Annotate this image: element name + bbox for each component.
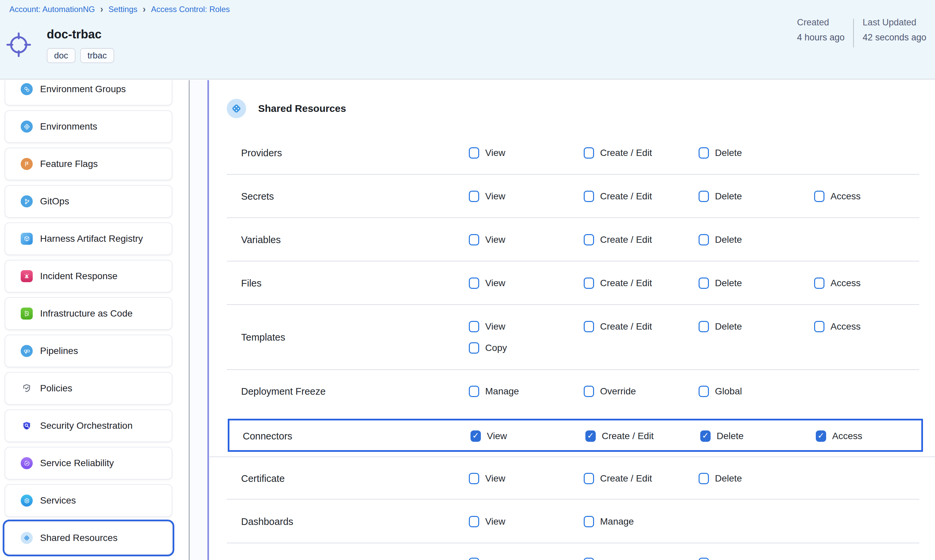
created-label: Created bbox=[797, 17, 845, 28]
permission-row-providers: Providers View Create / Edit Delete bbox=[209, 131, 935, 175]
sidebar-item-incident-response[interactable]: Incident Response bbox=[5, 260, 172, 292]
checkbox-secrets-create-edit[interactable] bbox=[584, 191, 594, 202]
sidebar-item-label: Infrastructure as Code bbox=[40, 308, 132, 319]
gitops-icon bbox=[21, 195, 33, 208]
checkbox-deployment-freeze-global[interactable] bbox=[698, 386, 709, 397]
last-updated-value: 42 seconds ago bbox=[863, 32, 926, 43]
sidebar-item-label: Pipelines bbox=[40, 346, 78, 356]
checkbox-label: Delete bbox=[715, 473, 742, 484]
shared-resources-icon bbox=[227, 99, 246, 118]
row-label: Templates bbox=[241, 332, 285, 343]
checkbox-dashboards-view[interactable] bbox=[469, 516, 479, 527]
row-label: Dashboards bbox=[241, 516, 293, 527]
panel-gutter bbox=[190, 80, 208, 560]
sidebar-item-infrastructure-as-code[interactable]: Infrastructure as Code bbox=[5, 297, 172, 330]
sidebar-item-security-orchestration[interactable]: Security Orchestration bbox=[5, 409, 172, 442]
breadcrumb-settings-link[interactable]: Settings bbox=[109, 5, 138, 14]
checkbox-connectors-delete[interactable] bbox=[700, 431, 710, 442]
sidebar-item-harness-artifact-registry[interactable]: Harness Artifact Registry bbox=[5, 222, 172, 255]
checkbox-connectors-view[interactable] bbox=[471, 431, 481, 442]
checkbox-connectors-access[interactable] bbox=[816, 431, 826, 442]
sidebar-item-policies[interactable]: Policies bbox=[5, 372, 172, 405]
checkbox-dashboards-manage[interactable] bbox=[584, 516, 594, 527]
sidebar-item-environment-groups[interactable]: Environment Groups bbox=[5, 80, 172, 106]
checkbox-certificate-delete[interactable] bbox=[698, 473, 709, 484]
checkbox-label: Manage bbox=[600, 516, 634, 527]
checkbox-label: View bbox=[485, 516, 505, 527]
checkbox-partial[interactable] bbox=[469, 558, 479, 560]
checkbox-label: Create / Edit bbox=[600, 278, 652, 289]
checkbox-label: Create / Edit bbox=[600, 234, 652, 245]
tag-trbac: trbac bbox=[80, 48, 114, 63]
row-label: Deployment Freeze bbox=[241, 386, 326, 397]
last-updated-block: Last Updated 42 seconds ago bbox=[854, 17, 935, 48]
checkbox-label: Override bbox=[600, 386, 636, 397]
sidebar-item-pipelines[interactable]: Pipelines bbox=[5, 335, 172, 367]
sidebar-item-label: Policies bbox=[40, 383, 72, 394]
checkbox-label: View bbox=[485, 473, 505, 484]
checkbox-label: Delete bbox=[715, 278, 742, 289]
sidebar-item-label: Environment Groups bbox=[40, 84, 126, 94]
sidebar-item-label: Feature Flags bbox=[40, 158, 98, 169]
checkbox-deployment-freeze-manage[interactable] bbox=[469, 386, 479, 397]
checkbox-templates-view[interactable] bbox=[469, 321, 479, 332]
sidebar-item-feature-flags[interactable]: Feature Flags bbox=[5, 148, 172, 180]
sidebar-item-services[interactable]: Services bbox=[5, 484, 172, 517]
checkbox-label: Access bbox=[832, 431, 862, 442]
checkbox-connectors-create-edit[interactable] bbox=[585, 431, 596, 442]
sidebar-item-label: Incident Response bbox=[40, 271, 118, 282]
checkbox-deployment-freeze-override[interactable] bbox=[584, 386, 594, 397]
sidebar-item-environments[interactable]: Environments bbox=[5, 110, 172, 143]
checkbox-templates-access[interactable] bbox=[814, 321, 824, 332]
checkbox-variables-delete[interactable] bbox=[698, 234, 709, 245]
checkbox-files-access[interactable] bbox=[814, 277, 824, 289]
checkbox-label: Manage bbox=[485, 386, 519, 397]
sidebar-item-gitops[interactable]: GitOps bbox=[5, 185, 172, 218]
checkbox-variables-create-edit[interactable] bbox=[584, 234, 594, 245]
environments-icon bbox=[21, 120, 33, 132]
permission-row-variables: Variables View Create / Edit Delete bbox=[209, 218, 935, 262]
checkbox-providers-delete[interactable] bbox=[698, 147, 709, 158]
checkbox-partial[interactable] bbox=[698, 558, 709, 560]
checkbox-files-delete[interactable] bbox=[698, 277, 709, 289]
meta-block: Created 4 hours ago Last Updated 42 seco… bbox=[788, 17, 935, 48]
breadcrumb-roles-link[interactable]: Access Control: Roles bbox=[151, 5, 230, 14]
checkbox-label: Delete bbox=[715, 148, 742, 158]
resource-sidebar: Environment Groups Environments Feature … bbox=[0, 80, 189, 560]
sidebar-item-shared-resources[interactable]: Shared Resources bbox=[5, 522, 172, 554]
row-label: Variables bbox=[241, 234, 281, 245]
checkbox-partial[interactable] bbox=[584, 558, 594, 560]
breadcrumb-account-link[interactable]: Account: AutomationNG bbox=[9, 5, 95, 14]
checkbox-label: Create / Edit bbox=[600, 473, 652, 484]
checkbox-files-view[interactable] bbox=[469, 277, 479, 289]
checkbox-certificate-view[interactable] bbox=[469, 473, 479, 484]
sidebar-item-label: Shared Resources bbox=[40, 532, 118, 543]
checkbox-label: Access bbox=[830, 278, 861, 289]
permission-row-connectors-highlight: Connectors View Create / Edit Delete Acc… bbox=[228, 419, 923, 452]
checkbox-templates-copy[interactable] bbox=[469, 342, 479, 354]
checkbox-variables-view[interactable] bbox=[469, 234, 479, 245]
checkbox-secrets-view[interactable] bbox=[469, 191, 479, 202]
breadcrumb: Account: AutomationNG › Settings › Acces… bbox=[9, 4, 230, 14]
checkbox-label: Global bbox=[715, 386, 742, 397]
checkbox-secrets-delete[interactable] bbox=[698, 191, 709, 202]
checkbox-label: View bbox=[487, 431, 507, 442]
checkbox-templates-create-edit[interactable] bbox=[584, 321, 594, 332]
page-header: Account: AutomationNG › Settings › Acces… bbox=[0, 0, 935, 80]
checkbox-certificate-create-edit[interactable] bbox=[584, 473, 594, 484]
checkbox-label: Access bbox=[830, 191, 861, 202]
checkbox-files-create-edit[interactable] bbox=[584, 277, 594, 289]
tag-list: doc trbac bbox=[47, 48, 114, 63]
sidebar-item-service-reliability[interactable]: Service Reliability bbox=[5, 447, 172, 480]
infrastructure-as-code-icon bbox=[21, 308, 33, 320]
page-title: doc-trbac bbox=[47, 28, 101, 42]
checkbox-templates-delete[interactable] bbox=[698, 321, 709, 332]
checkbox-label: Copy bbox=[485, 343, 507, 353]
checkbox-providers-create-edit[interactable] bbox=[584, 147, 594, 158]
permission-row-dashboards: Dashboards View Manage bbox=[209, 500, 935, 543]
sidebar-item-label: Harness Artifact Registry bbox=[40, 234, 143, 244]
checkbox-providers-view[interactable] bbox=[469, 147, 479, 158]
checkbox-secrets-access[interactable] bbox=[814, 191, 824, 202]
role-target-icon bbox=[3, 29, 35, 61]
sidebar-item-label: Environments bbox=[40, 121, 97, 132]
